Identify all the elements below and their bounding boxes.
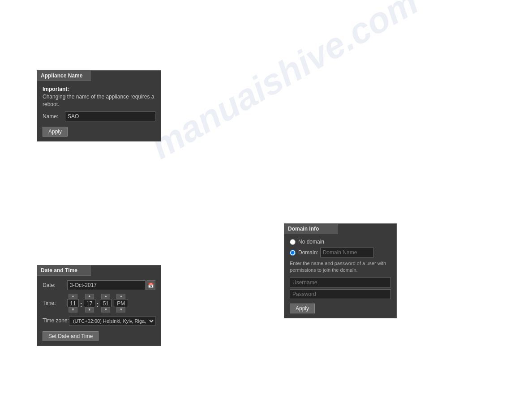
time-separator-2: : xyxy=(97,298,99,308)
datetime-header: Date and Time xyxy=(37,265,91,276)
time-controls: ▲ 11 ▼ : ▲ 17 ▼ : ▲ 51 ▼ xyxy=(67,294,128,313)
ampm-value: PM xyxy=(114,299,128,307)
date-input-wrap: 📅 xyxy=(67,280,155,290)
username-input[interactable] xyxy=(290,278,391,287)
set-datetime-button[interactable]: Set Date and Time xyxy=(43,331,99,341)
domain-info-panel: Domain Info No domain Domain: Enter the … xyxy=(284,223,397,318)
minutes-up-button[interactable]: ▲ xyxy=(85,294,94,299)
watermark: manuaishive.com xyxy=(144,0,425,167)
seconds-value: 51 xyxy=(100,299,112,307)
domain-row: Domain: xyxy=(290,248,391,257)
time-label: Time: xyxy=(43,300,67,306)
minutes-value: 17 xyxy=(84,299,95,307)
time-separator-1: : xyxy=(80,298,82,308)
no-domain-radio[interactable] xyxy=(290,239,296,245)
timezone-select-wrap: (UTC+02:00) Helsinki, Kyiv, Riga, Sofia,… xyxy=(69,316,155,326)
domain-apply-button[interactable]: Apply xyxy=(290,304,315,313)
datetime-panel: Date and Time Date: 📅 Time: ▲ 11 ▼ : xyxy=(37,265,161,346)
seconds-spinner: ▲ 51 ▼ xyxy=(100,294,112,313)
date-input[interactable] xyxy=(67,280,146,290)
ampm-spinner: ▲ PM ▼ xyxy=(114,294,128,313)
hours-down-button[interactable]: ▼ xyxy=(69,307,77,313)
hours-spinner: ▲ 11 ▼ xyxy=(67,294,79,313)
important-message: Important: Changing the name of the appl… xyxy=(43,86,155,108)
timezone-select[interactable]: (UTC+02:00) Helsinki, Kyiv, Riga, Sofia,… xyxy=(69,316,155,326)
hours-value: 11 xyxy=(67,299,79,307)
no-domain-row: No domain xyxy=(290,239,391,245)
date-label: Date: xyxy=(43,282,67,288)
domain-note: Enter the name and password of a user wi… xyxy=(290,260,391,274)
no-domain-label: No domain xyxy=(298,239,324,245)
minutes-spinner: ▲ 17 ▼ xyxy=(84,294,95,313)
calendar-icon[interactable]: 📅 xyxy=(146,280,155,290)
ampm-up-button[interactable]: ▲ xyxy=(116,294,125,299)
domain-name-input[interactable] xyxy=(320,248,374,257)
appliance-name-header: Appliance Name xyxy=(37,71,91,81)
domain-info-header: Domain Info xyxy=(284,224,338,234)
appliance-name-panel: Appliance Name Important: Changing the n… xyxy=(37,70,161,141)
name-label: Name: xyxy=(43,113,65,120)
minutes-down-button[interactable]: ▼ xyxy=(85,307,94,313)
timezone-label: Time zone: xyxy=(43,316,69,324)
important-label: Important: xyxy=(43,86,69,92)
domain-radio-label: Domain: xyxy=(298,249,318,256)
hours-up-button[interactable]: ▲ xyxy=(69,294,77,299)
seconds-up-button[interactable]: ▲ xyxy=(101,294,110,299)
appliance-name-input[interactable] xyxy=(65,111,155,121)
appliance-apply-button[interactable]: Apply xyxy=(43,127,68,137)
seconds-down-button[interactable]: ▼ xyxy=(101,307,110,313)
ampm-down-button[interactable]: ▼ xyxy=(116,307,125,313)
password-input[interactable] xyxy=(290,289,391,299)
important-text: Changing the name of the appliance requi… xyxy=(43,94,154,107)
domain-radio[interactable] xyxy=(290,250,296,256)
